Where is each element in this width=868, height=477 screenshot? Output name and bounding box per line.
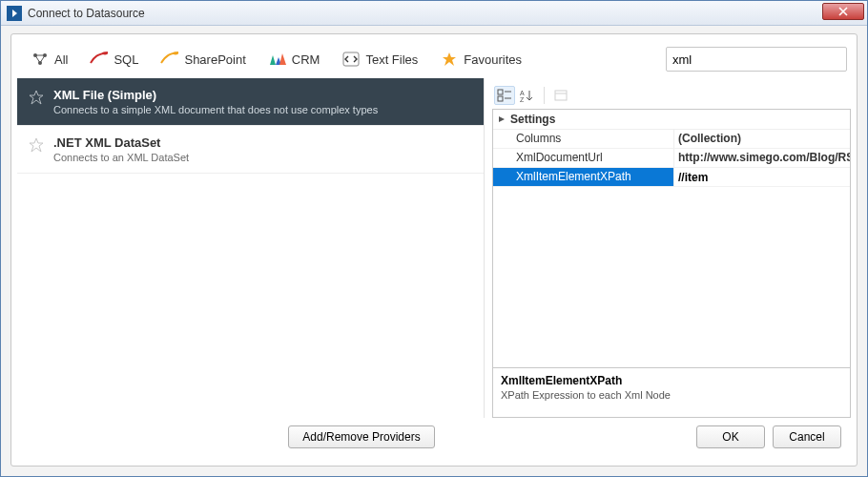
prop-name: XmlItemElementXPath bbox=[493, 168, 674, 186]
toolbar-item-textfiles[interactable]: Text Files bbox=[332, 46, 426, 73]
categorized-view-button[interactable] bbox=[494, 86, 515, 105]
propgrid-toolbar: AZ bbox=[492, 84, 851, 107]
provider-list: XML File (Simple) Connects to a simple X… bbox=[17, 78, 485, 418]
prop-name: Columns bbox=[493, 130, 674, 148]
propgrid-category-label: Settings bbox=[510, 113, 555, 126]
provider-item-xml-simple[interactable]: XML File (Simple) Connects to a simple X… bbox=[17, 78, 484, 126]
svg-point-3 bbox=[102, 52, 108, 55]
sharepoint-icon bbox=[159, 51, 180, 68]
prop-value[interactable] bbox=[674, 168, 850, 186]
provider-desc: Connects to an XML DataSet bbox=[53, 152, 189, 163]
provider-title: XML File (Simple) bbox=[53, 88, 378, 102]
toolbar-item-sharepoint[interactable]: SharePoint bbox=[151, 46, 254, 73]
sort-az-icon: AZ bbox=[520, 89, 535, 102]
provider-desc: Connects to a simple XML document that d… bbox=[53, 104, 378, 115]
alphabetical-view-button[interactable]: AZ bbox=[517, 86, 538, 105]
content-panel: All SQL SharePoint bbox=[10, 33, 858, 467]
svg-point-4 bbox=[173, 52, 178, 55]
dialog-footer: Add/Remove Providers OK Cancel bbox=[17, 418, 851, 456]
propgrid-row-xmldocumenturl[interactable]: XmlDocumentUrl http://www.simego.com/Blo… bbox=[493, 149, 850, 168]
svg-text:Z: Z bbox=[520, 96, 525, 102]
ok-button[interactable]: OK bbox=[696, 425, 765, 448]
prop-value-input[interactable] bbox=[678, 170, 846, 184]
toolbar-item-label: Favourites bbox=[464, 52, 522, 67]
provider-item-net-xml-dataset[interactable]: .NET XML DataSet Connects to an XML Data… bbox=[17, 126, 484, 174]
provider-title: .NET XML DataSet bbox=[53, 135, 189, 150]
network-icon bbox=[30, 51, 51, 68]
favourite-star-icon[interactable] bbox=[29, 137, 44, 156]
title-bar: Connect to Datasource bbox=[1, 1, 867, 26]
prop-name: XmlDocumentUrl bbox=[493, 149, 674, 167]
prop-value[interactable]: (Collection) bbox=[674, 130, 850, 148]
toolbar-item-label: Text Files bbox=[365, 52, 418, 67]
add-remove-providers-button[interactable]: Add/Remove Providers bbox=[288, 425, 434, 448]
toolbar-item-label: CRM bbox=[292, 52, 320, 67]
prop-value[interactable]: http://www.simego.com/Blog/RSS bbox=[674, 149, 850, 167]
crm-icon bbox=[267, 51, 288, 68]
property-grid: Settings Columns (Collection) XmlDocumen… bbox=[492, 109, 851, 368]
categorized-icon bbox=[497, 89, 512, 102]
sql-icon bbox=[89, 51, 110, 68]
star-icon bbox=[439, 51, 460, 68]
svg-rect-6 bbox=[498, 90, 503, 94]
svg-rect-12 bbox=[555, 91, 567, 100]
category-toolbar: All SQL SharePoint bbox=[17, 40, 851, 78]
toolbar-item-label: SharePoint bbox=[184, 52, 245, 67]
svg-text:A: A bbox=[520, 90, 525, 96]
body-row: XML File (Simple) Connects to a simple X… bbox=[17, 78, 851, 418]
svg-rect-7 bbox=[498, 96, 503, 101]
propgrid-category[interactable]: Settings bbox=[493, 110, 850, 130]
property-pages-button bbox=[550, 86, 571, 105]
dialog-window: Connect to Datasource All SQL bbox=[0, 0, 868, 477]
search-input[interactable] bbox=[666, 47, 847, 72]
close-button[interactable] bbox=[822, 3, 864, 20]
close-icon bbox=[838, 7, 848, 16]
propgrid-row-xmlitemelementxpath[interactable]: XmlItemElementXPath bbox=[493, 168, 850, 187]
toolbar-item-all[interactable]: All bbox=[21, 46, 76, 73]
dialog-body: All SQL SharePoint bbox=[1, 26, 867, 476]
favourite-star-icon[interactable] bbox=[29, 90, 44, 109]
propgrid-row-columns[interactable]: Columns (Collection) bbox=[493, 130, 850, 149]
code-icon bbox=[341, 51, 362, 68]
cancel-button[interactable]: Cancel bbox=[773, 425, 841, 448]
help-title: XmlItemElementXPath bbox=[501, 374, 842, 387]
toolbar-item-favourites[interactable]: Favourites bbox=[430, 46, 530, 73]
toolbar-item-label: All bbox=[54, 52, 68, 67]
window-title: Connect to Datasource bbox=[28, 7, 145, 20]
toolbar-item-sql[interactable]: SQL bbox=[80, 46, 147, 73]
property-panel: AZ Settings bbox=[485, 78, 851, 418]
help-desc: XPath Expression to each Xml Node bbox=[501, 389, 842, 401]
app-icon bbox=[7, 6, 22, 21]
collapse-toggle-icon[interactable] bbox=[497, 114, 506, 123]
property-pages-icon bbox=[553, 89, 568, 102]
property-help: XmlItemElementXPath XPath Expression to … bbox=[492, 368, 851, 418]
toolbar-item-label: SQL bbox=[114, 52, 138, 67]
toolbar-item-crm[interactable]: CRM bbox=[258, 46, 329, 73]
